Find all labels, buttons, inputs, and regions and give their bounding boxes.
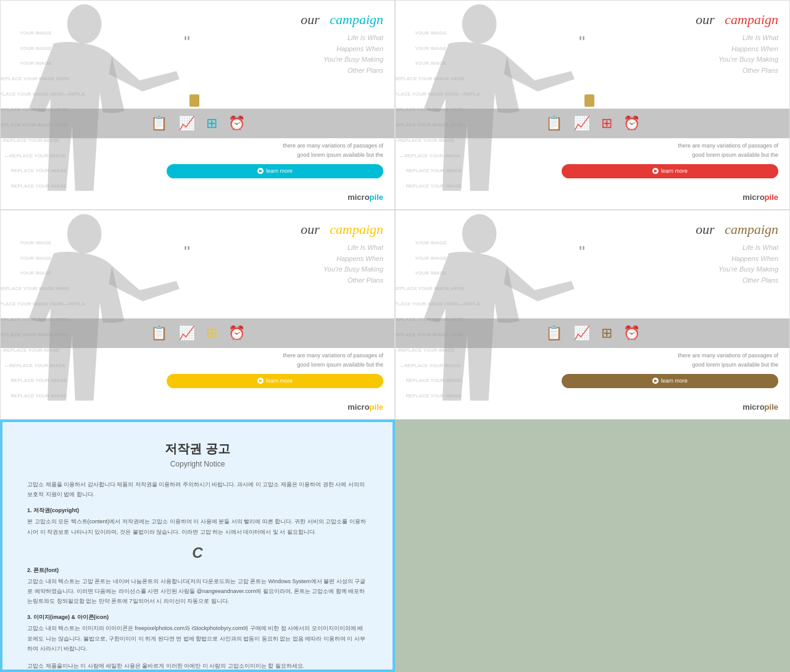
svg-text:YOUR IMAGE: YOUR IMAGE xyxy=(20,46,51,51)
svg-text:REPLACE YOUR IMAGE: REPLACE YOUR IMAGE xyxy=(405,183,462,189)
copyright-section-body-2: 고맙소 내의 텍스트는 고맙 폰트는 네이버 나눔폰트의 사용합니다(저의 다운… xyxy=(27,576,368,607)
svg-text:REPLACE YOUR IMAGE HERE—REPLA: REPLACE YOUR IMAGE HERE—REPLA xyxy=(396,91,480,97)
copyright-section-2: 2. 폰트(font) 고맙소 내의 텍스트는 고맙 폰트는 네이버 나눔폰트의… xyxy=(27,566,368,607)
copyright-panel: 저작권 공고 Copyright Notice 고맙소 제품을 이용하서 감사합… xyxy=(0,420,395,672)
slide-grid: YOUR IMAGE YOUR IMAGE YOUR IMAGE REPLACE… xyxy=(0,0,790,420)
svg-text:REPLACE YOUR IMAGE: REPLACE YOUR IMAGE xyxy=(10,183,67,189)
slide-title-4: our campaign xyxy=(579,222,778,238)
learn-more-btn-4[interactable]: ▶ learn more xyxy=(562,374,778,388)
svg-text:REPLACE YOUR IMAGE HERE—REPLA: REPLACE YOUR IMAGE HERE—REPLA xyxy=(396,301,480,307)
svg-text:YOUR IMAGE: YOUR IMAGE xyxy=(20,270,51,276)
svg-point-12 xyxy=(462,4,497,44)
learn-more-btn-1[interactable]: ▶ learn more xyxy=(167,164,383,178)
svg-text:REPLACE YOUR IMAGE: REPLACE YOUR IMAGE xyxy=(405,168,462,173)
copyright-section-title-3: 3. 이미지(image) & 아이콘(icon) xyxy=(27,613,368,621)
quote-text-3: Life Is WhatHappens WhenYou're Busy Maki… xyxy=(184,243,383,286)
brand-logo-3: micropile xyxy=(347,402,383,412)
copyright-logo: C xyxy=(27,544,368,562)
svg-text:REPLACE YOUR IMAGE HERE—REPLA: REPLACE YOUR IMAGE HERE—REPLA xyxy=(1,91,85,97)
quote-section-2: " Life Is WhatHappens WhenYou're Busy Ma… xyxy=(579,33,778,76)
body-text-4: there are many variations of passages of… xyxy=(562,351,778,388)
svg-point-36 xyxy=(462,214,497,254)
svg-text:YOUR IMAGE: YOUR IMAGE xyxy=(415,60,446,66)
slide-title-1: our campaign xyxy=(184,12,383,28)
svg-text:YOUR IMAGE: YOUR IMAGE xyxy=(415,240,446,246)
quote-section-4: " Life Is WhatHappens WhenYou're Busy Ma… xyxy=(579,243,778,286)
body-text-2: there are many variations of passages of… xyxy=(562,141,778,178)
svg-text:REPLACE YOUR IMAGE: REPLACE YOUR IMAGE xyxy=(10,393,67,399)
brand-logo-2: micropile xyxy=(742,193,778,202)
quote-section-1: " Life Is WhatHappens WhenYou're Busy Ma… xyxy=(184,33,383,76)
bottom-area: 저작권 공고 Copyright Notice 고맙소 제품을 이용하서 감사합… xyxy=(0,420,790,672)
svg-text:—REPLACE YOUR IMAGE: —REPLACE YOUR IMAGE xyxy=(4,153,65,159)
green-panel xyxy=(395,420,790,672)
clipboard-icon-2: 📋 xyxy=(546,115,562,131)
quote-text-1: Life Is WhatHappens WhenYou're Busy Maki… xyxy=(184,33,383,76)
svg-text:YOUR IMAGE: YOUR IMAGE xyxy=(415,46,446,51)
svg-text:—REPLACE YOUR IMAGE: —REPLACE YOUR IMAGE xyxy=(399,363,460,368)
lock-icon-1 xyxy=(189,94,199,107)
copyright-closing: 고맙소 제품을이나는 이 사람에 세밀한 사용은 올바르게 이러한 아에만 이 … xyxy=(27,661,368,671)
svg-text:REPLACE YOUR IMAGE HERE: REPLACE YOUR IMAGE HERE xyxy=(1,76,70,81)
svg-text:REPLACE YOUR IMAGE: REPLACE YOUR IMAGE xyxy=(405,393,462,399)
slide-4: YOUR IMAGE YOUR IMAGE YOUR IMAGE REPLACE… xyxy=(395,210,790,420)
quote-section-3: " Life Is WhatHappens WhenYou're Busy Ma… xyxy=(184,243,383,286)
slide-title-2: our campaign xyxy=(579,12,778,28)
svg-text:YOUR IMAGE: YOUR IMAGE xyxy=(20,30,51,36)
svg-text:YOUR IMAGE: YOUR IMAGE xyxy=(415,30,446,36)
learn-more-btn-3[interactable]: ▶ learn more xyxy=(167,374,383,388)
clipboard-icon-4: 📋 xyxy=(546,325,562,341)
slide-title-3: our campaign xyxy=(184,222,383,238)
slide-2: YOUR IMAGE YOUR IMAGE YOUR IMAGE REPLACE… xyxy=(395,0,790,210)
lock-icon-2 xyxy=(584,94,594,107)
svg-text:YOUR IMAGE: YOUR IMAGE xyxy=(415,270,446,276)
learn-more-btn-2[interactable]: ▶ learn more xyxy=(562,164,778,178)
svg-text:REPLACE YOUR IMAGE: REPLACE YOUR IMAGE xyxy=(10,378,67,383)
svg-point-0 xyxy=(67,4,102,44)
clipboard-icon-3: 📋 xyxy=(151,325,167,341)
svg-text:—REPLACE YOUR IMAGE: —REPLACE YOUR IMAGE xyxy=(4,363,65,368)
svg-point-24 xyxy=(67,214,102,254)
copyright-intro: 고맙소 제품을 이용하서 감사합니다 제품의 저작권을 이용하려 주의하시기 바… xyxy=(27,479,368,499)
slide-3: YOUR IMAGE YOUR IMAGE YOUR IMAGE REPLACE… xyxy=(0,210,395,420)
svg-text:REPLACE YOUR IMAGE: REPLACE YOUR IMAGE xyxy=(405,378,462,383)
svg-text:REPLACE YOUR IMAGE HERE: REPLACE YOUR IMAGE HERE xyxy=(1,286,70,291)
slide-1: YOUR IMAGE YOUR IMAGE YOUR IMAGE REPLACE… xyxy=(0,0,395,210)
svg-text:YOUR IMAGE: YOUR IMAGE xyxy=(20,60,51,66)
body-text-3: there are many variations of passages of… xyxy=(167,351,383,388)
brand-logo-1: micropile xyxy=(347,193,383,202)
brand-logo-4: micropile xyxy=(742,402,778,412)
clipboard-icon-1: 📋 xyxy=(151,115,167,131)
svg-text:—REPLACE YOUR IMAGE: —REPLACE YOUR IMAGE xyxy=(399,153,460,159)
copyright-section-title-1: 1. 저작권(copyright) xyxy=(27,507,368,515)
svg-text:YOUR IMAGE: YOUR IMAGE xyxy=(20,255,51,261)
svg-text:YOUR IMAGE: YOUR IMAGE xyxy=(20,240,51,246)
copyright-section-3: 3. 이미지(image) & 아이콘(icon) 고맙소 내의 텍스트는 이미… xyxy=(27,613,368,653)
copyright-section-body-3: 고맙소 내의 텍스트는 이미지라 이아이콘은 freepixelphotos.c… xyxy=(27,623,368,653)
svg-text:REPLACE YOUR IMAGE HERE—REPLA: REPLACE YOUR IMAGE HERE—REPLA xyxy=(1,301,85,307)
svg-text:REPLACE YOUR IMAGE: REPLACE YOUR IMAGE xyxy=(10,168,67,173)
svg-text:YOUR IMAGE: YOUR IMAGE xyxy=(415,255,446,261)
copyright-section-1: 1. 저작권(copyright) 본 고맙소의 모든 텍스트(content)… xyxy=(27,507,368,536)
copyright-title-en: Copyright Notice xyxy=(27,460,368,468)
quote-text-4: Life Is WhatHappens WhenYou're Busy Maki… xyxy=(579,243,778,286)
quote-text-2: Life Is WhatHappens WhenYou're Busy Maki… xyxy=(579,33,778,76)
copyright-section-title-2: 2. 폰트(font) xyxy=(27,566,368,575)
svg-text:REPLACE YOUR IMAGE HERE: REPLACE YOUR IMAGE HERE xyxy=(396,76,465,81)
svg-text:REPLACE YOUR IMAGE HERE: REPLACE YOUR IMAGE HERE xyxy=(396,286,465,291)
copyright-title-ko: 저작권 공고 xyxy=(27,441,368,457)
body-text-1: there are many variations of passages of… xyxy=(167,141,383,178)
copyright-section-body-1: 본 고맙소의 모든 텍스트(content)에서 저작권에는 고맙소 이용하여 … xyxy=(27,516,368,536)
